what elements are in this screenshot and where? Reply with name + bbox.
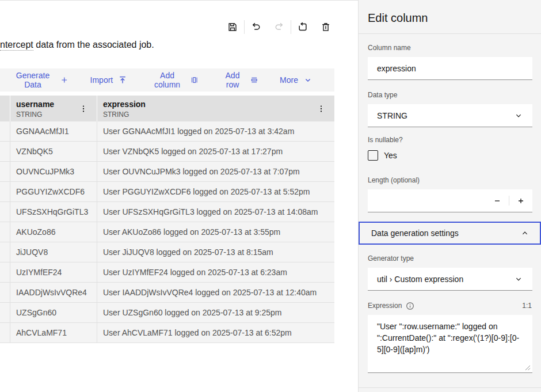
table-row[interactable]: PGGUYIZwXCDF6 User PGGUYIZwXCDF6 logged … — [0, 182, 334, 202]
nullable-checkbox[interactable] — [368, 150, 378, 161]
delete-button[interactable] — [318, 19, 334, 35]
data-generation-settings-accordion[interactable]: Data generation settings — [359, 222, 541, 245]
expression-cell[interactable]: User AKUoZo86 logged on 2025-07-13 at 3:… — [97, 222, 334, 242]
row-gutter — [0, 162, 10, 181]
expression-cell[interactable]: User GGNAAcMfJI1 logged on 2025-07-13 at… — [97, 121, 334, 141]
expression-textarea[interactable]: "User ":row.username:" logged on ":Curre… — [368, 315, 532, 373]
description-term: ntercept — [0, 40, 33, 51]
section-divider — [359, 387, 541, 388]
accordion-label: Data generation settings — [371, 229, 459, 238]
username-cell[interactable]: OUVNCuJPMk3 — [10, 162, 97, 181]
expression-cell[interactable]: User AhCVLaMF71 logged on 2025-07-13 at … — [97, 323, 334, 342]
data-type-select[interactable]: STRING — [368, 104, 532, 127]
username-cell[interactable]: IAADDjWsIvVQRe4 — [10, 283, 97, 302]
undo-icon — [251, 22, 261, 32]
username-cell[interactable]: PGGUYIZwXCDF6 — [10, 182, 97, 201]
trash-icon — [321, 22, 331, 32]
expression-column-menu-button[interactable] — [315, 102, 327, 115]
redo-button[interactable] — [271, 19, 287, 35]
column-name-label: Column name — [368, 43, 532, 52]
save-icon — [227, 22, 238, 32]
length-label: Length (optional) — [368, 176, 532, 185]
username-cell[interactable]: UZSgGn60 — [10, 303, 97, 322]
expression-cell[interactable]: User UzIYMfEF24 logged on 2025-07-13 at … — [97, 262, 334, 282]
edit-icon-toolbar — [221, 19, 337, 35]
add-row-button[interactable]: Add row — [220, 71, 267, 89]
expression-field: Expression 1:1 "User ":row.username:" lo… — [368, 301, 532, 373]
expression-cell[interactable]: User UZSgGn60 logged on 2025-07-13 at 9:… — [97, 303, 334, 322]
username-cell[interactable]: AKUoZo86 — [10, 222, 97, 242]
generate-data-button[interactable]: Generate Data — [10, 71, 78, 89]
rows-icon — [250, 75, 258, 85]
length-field: Length (optional) — [368, 176, 532, 212]
chevron-down-icon — [514, 275, 523, 284]
row-gutter — [0, 182, 10, 201]
table-row[interactable]: IAADDjWsIvVQRe4 User IAADDjWsIvVQRe4 log… — [0, 283, 334, 303]
expression-column-header[interactable]: expression STRING — [97, 96, 334, 121]
username-cell[interactable]: UzIYMfEF24 — [10, 262, 97, 282]
table-row[interactable]: GGNAAcMfJI1 User GGNAAcMfJI1 logged on 2… — [0, 121, 334, 142]
import-button[interactable]: Import — [90, 75, 137, 85]
table-row[interactable]: JiJUQV8 User JiJUQV8 logged on 2025-07-1… — [0, 242, 334, 262]
username-cell[interactable]: UFSzSXHqGrGiTL3 — [10, 202, 97, 222]
username-cell[interactable]: GGNAAcMfJI1 — [10, 121, 97, 141]
username-cell[interactable]: AhCVLaMF71 — [10, 323, 97, 342]
add-column-button[interactable]: Add column — [149, 71, 207, 89]
table-row[interactable]: OUVNCuJPMk3 User OUVNCuJPMk3 logged on 2… — [0, 162, 334, 182]
length-input[interactable] — [368, 189, 486, 212]
expression-cell[interactable]: User JiJUQV8 logged on 2025-07-13 at 8:1… — [97, 242, 334, 262]
edit-column-panel: Edit column Column name Data type STRING… — [358, 0, 541, 392]
data-table: username STRING expression STRING — [0, 96, 334, 343]
more-menu-button[interactable]: More — [280, 75, 322, 85]
plus-icon — [516, 196, 525, 205]
undo-button[interactable] — [248, 19, 264, 35]
reset-icon — [298, 22, 308, 32]
row-gutter — [0, 202, 10, 222]
expression-cell[interactable]: User IAADDjWsIvVQRe4 logged on 2025-07-1… — [97, 283, 334, 302]
table-row[interactable]: VZNbQK5 User VZNbQK5 logged on 2025-07-1… — [0, 142, 334, 162]
row-gutter — [0, 121, 10, 141]
username-cell[interactable]: VZNbQK5 — [10, 142, 97, 161]
description-rest: data from the associated job. — [33, 40, 154, 50]
data-generation-screen: ntercept data from the associated job. G… — [0, 0, 541, 392]
expression-cell[interactable]: User PGGUYIZwXCDF6 logged on 2025-07-13 … — [97, 182, 334, 201]
gutter-header-cell — [0, 96, 10, 121]
data-type-label: Data type — [368, 90, 532, 100]
table-row[interactable]: AKUoZo86 User AKUoZo86 logged on 2025-07… — [0, 222, 334, 242]
expression-cell[interactable]: User UFSzSXHqGrGiTL3 logged on 2025-07-1… — [97, 202, 334, 222]
generator-type-field: Generator type util › Custom expression — [368, 254, 532, 291]
nullable-label: Is nullable? — [368, 135, 532, 144]
table-row[interactable]: UzIYMfEF24 User UzIYMfEF24 logged on 202… — [0, 262, 334, 283]
main-content: ntercept data from the associated job. G… — [0, 0, 358, 392]
username-column-header[interactable]: username STRING — [10, 96, 97, 121]
decrement-button[interactable] — [486, 189, 509, 212]
column-name-input[interactable] — [368, 57, 532, 80]
table-row[interactable]: UFSzSXHqGrGiTL3 User UFSzSXHqGrGiTL3 log… — [0, 202, 334, 222]
table-header-row: username STRING expression STRING — [0, 96, 334, 121]
save-button[interactable] — [224, 19, 241, 35]
table-row[interactable]: AhCVLaMF71 User AhCVLaMF71 logged on 202… — [0, 323, 334, 343]
chevron-up-icon — [520, 229, 529, 238]
table-action-bar: Generate Data Import Add column — [0, 68, 334, 92]
row-gutter — [0, 222, 10, 242]
username-cell[interactable]: JiJUQV8 — [10, 242, 97, 262]
plus-icon — [60, 75, 68, 85]
table-row[interactable]: UZSgGn60 User UZSgGn60 logged on 2025-07… — [0, 303, 334, 323]
data-type-field: Data type STRING — [368, 90, 532, 127]
reset-button[interactable] — [295, 19, 311, 35]
info-icon — [406, 302, 414, 310]
nullable-option-label: Yes — [384, 151, 397, 160]
generator-type-select[interactable]: util › Custom expression — [368, 268, 532, 291]
toolbar-divider — [244, 20, 245, 34]
column-name-field: Column name — [368, 43, 532, 80]
overflow-menu-icon — [79, 104, 88, 113]
username-column-menu-button[interactable] — [77, 102, 90, 115]
overflow-menu-icon — [317, 104, 326, 113]
expression-cell[interactable]: User VZNbQK5 logged on 2025-07-13 at 17:… — [97, 142, 334, 161]
row-gutter — [0, 323, 10, 342]
data-type-value: STRING — [377, 111, 407, 120]
row-gutter — [0, 242, 10, 262]
chevron-down-icon — [303, 75, 313, 85]
expression-cell[interactable]: User OUVNCuJPMk3 logged on 2025-07-13 at… — [97, 162, 334, 181]
increment-button[interactable] — [509, 189, 532, 212]
